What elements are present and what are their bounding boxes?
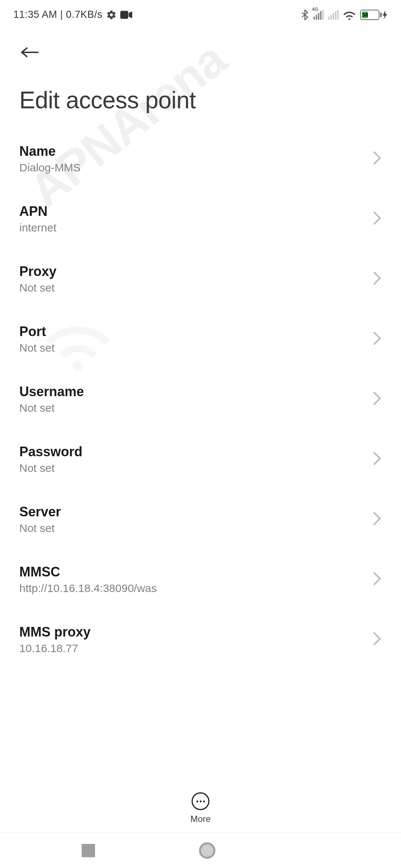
- chevron-right-icon: [372, 451, 382, 467]
- charging-icon: [382, 10, 388, 19]
- chevron-right-icon: [372, 391, 382, 407]
- setting-label: Port: [19, 324, 372, 339]
- network-label: 4G: [312, 6, 318, 12]
- setting-label: MMSC: [19, 564, 372, 580]
- setting-value: http://10.16.18.4:38090/was: [19, 582, 372, 595]
- setting-value: Not set: [19, 462, 372, 474]
- chevron-right-icon: [372, 271, 382, 287]
- battery-indicator: 38: [360, 10, 388, 20]
- fade-gradient: [0, 769, 401, 784]
- wifi-icon: [343, 10, 356, 20]
- setting-mms-proxy[interactable]: MMS proxy 10.16.18.77: [6, 609, 395, 670]
- more-icon: [192, 792, 209, 810]
- bottom-action-bar: More: [0, 784, 401, 832]
- page-title: Edit access point: [0, 67, 401, 129]
- svg-rect-0: [120, 11, 128, 19]
- header: [0, 24, 401, 67]
- setting-value: Dialog-MMS: [19, 161, 372, 174]
- setting-label: Username: [19, 384, 372, 400]
- setting-label: Proxy: [19, 264, 372, 279]
- chevron-right-icon: [372, 631, 382, 648]
- signal-sim2: [328, 10, 339, 20]
- setting-port[interactable]: Port Not set: [6, 309, 395, 369]
- more-button[interactable]: More: [190, 792, 211, 824]
- chevron-right-icon: [372, 571, 382, 588]
- chevron-right-icon: [372, 211, 382, 227]
- setting-value: Not set: [19, 522, 372, 535]
- status-time: 11:35 AM | 0.7KB/s: [13, 9, 102, 20]
- setting-value: Not set: [19, 282, 372, 294]
- signal-sim1: 4G: [313, 10, 324, 20]
- battery-percent: 38: [362, 11, 368, 18]
- setting-name[interactable]: Name Dialog-MMS: [6, 129, 395, 189]
- setting-value: 10.16.18.77: [19, 642, 372, 655]
- bluetooth-icon: [301, 9, 309, 20]
- setting-proxy[interactable]: Proxy Not set: [6, 249, 395, 309]
- setting-mmsc[interactable]: MMSC http://10.16.18.4:38090/was: [6, 549, 395, 609]
- setting-value: Not set: [19, 342, 372, 354]
- setting-server[interactable]: Server Not set: [6, 489, 395, 549]
- status-right: 4G 38: [301, 9, 388, 20]
- nav-recents-button[interactable]: [82, 844, 95, 857]
- back-button[interactable]: [13, 37, 43, 67]
- status-left: 11:35 AM | 0.7KB/s: [13, 9, 132, 20]
- setting-password[interactable]: Password Not set: [6, 429, 395, 489]
- setting-apn[interactable]: APN internet: [6, 189, 395, 249]
- chevron-right-icon: [372, 151, 382, 167]
- setting-value: Not set: [19, 402, 372, 414]
- setting-value: internet: [19, 221, 372, 234]
- status-bar: 11:35 AM | 0.7KB/s 4G: [0, 0, 401, 24]
- gear-icon: [106, 10, 117, 20]
- setting-label: APN: [19, 204, 372, 219]
- setting-label: Server: [19, 504, 372, 520]
- setting-label: Password: [19, 444, 372, 460]
- nav-home-button[interactable]: [199, 842, 215, 859]
- navigation-bar: [0, 832, 401, 868]
- setting-username[interactable]: Username Not set: [6, 369, 395, 429]
- more-label: More: [190, 814, 211, 824]
- settings-list: Name Dialog-MMS APN internet Proxy Not s…: [0, 129, 401, 670]
- video-icon: [120, 10, 132, 19]
- chevron-right-icon: [372, 511, 382, 527]
- chevron-right-icon: [372, 331, 382, 347]
- setting-label: MMS proxy: [19, 624, 372, 640]
- setting-label: Name: [19, 144, 372, 159]
